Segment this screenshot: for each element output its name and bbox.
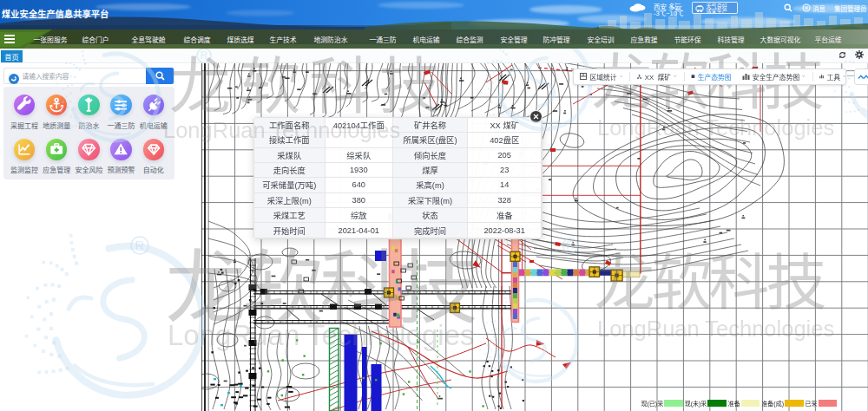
svg-text:R: R [135,238,145,252]
